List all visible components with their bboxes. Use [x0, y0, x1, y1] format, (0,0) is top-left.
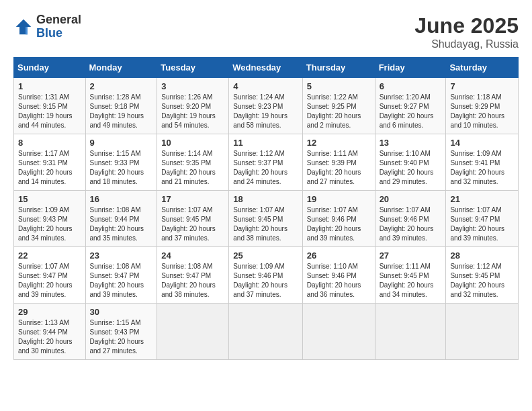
calendar-cell — [446, 304, 519, 360]
day-number: 6 — [380, 81, 442, 91]
calendar-cell — [302, 304, 375, 360]
calendar-cell: 1Sunrise: 1:31 AM Sunset: 9:15 PM Daylig… — [14, 78, 86, 134]
logo-blue-text: Blue — [36, 27, 81, 40]
calendar-week-row: 22Sunrise: 1:07 AM Sunset: 9:47 PM Dayli… — [14, 247, 519, 304]
day-info: Sunrise: 1:14 AM Sunset: 9:35 PM Dayligh… — [161, 149, 224, 187]
calendar-cell — [157, 304, 229, 360]
calendar-cell: 29Sunrise: 1:13 AM Sunset: 9:44 PM Dayli… — [14, 304, 86, 360]
day-number: 2 — [90, 81, 153, 91]
day-number: 17 — [161, 194, 224, 204]
day-number: 21 — [450, 194, 514, 204]
day-info: Sunrise: 1:08 AM Sunset: 9:47 PM Dayligh… — [161, 262, 224, 300]
calendar-cell: 8Sunrise: 1:17 AM Sunset: 9:31 PM Daylig… — [14, 134, 86, 191]
day-number: 3 — [161, 81, 224, 91]
day-info: Sunrise: 1:09 AM Sunset: 9:46 PM Dayligh… — [233, 262, 298, 300]
page-header: General Blue June 2025 Shudayag, Russia — [13, 13, 519, 50]
day-info: Sunrise: 1:07 AM Sunset: 9:46 PM Dayligh… — [380, 205, 442, 243]
calendar-cell: 14Sunrise: 1:09 AM Sunset: 9:41 PM Dayli… — [446, 134, 519, 191]
day-number: 4 — [233, 81, 298, 91]
calendar-cell: 17Sunrise: 1:07 AM Sunset: 9:45 PM Dayli… — [157, 191, 229, 247]
calendar-cell — [229, 304, 302, 360]
calendar-cell: 2Sunrise: 1:28 AM Sunset: 9:18 PM Daylig… — [85, 78, 157, 134]
day-number: 8 — [18, 138, 81, 148]
calendar-cell: 28Sunrise: 1:12 AM Sunset: 9:45 PM Dayli… — [446, 247, 519, 304]
day-number: 29 — [18, 307, 81, 317]
day-info: Sunrise: 1:10 AM Sunset: 9:46 PM Dayligh… — [307, 262, 371, 300]
calendar-cell: 7Sunrise: 1:18 AM Sunset: 9:29 PM Daylig… — [446, 78, 519, 134]
month-title: June 2025 — [414, 13, 519, 38]
day-info: Sunrise: 1:26 AM Sunset: 9:20 PM Dayligh… — [161, 93, 224, 130]
day-number: 25 — [233, 250, 298, 261]
day-info: Sunrise: 1:08 AM Sunset: 9:44 PM Dayligh… — [90, 205, 153, 243]
calendar-cell: 20Sunrise: 1:07 AM Sunset: 9:46 PM Dayli… — [375, 191, 446, 247]
day-number: 27 — [380, 250, 442, 261]
day-info: Sunrise: 1:20 AM Sunset: 9:27 PM Dayligh… — [380, 93, 442, 130]
day-number: 30 — [90, 307, 153, 317]
calendar-cell: 19Sunrise: 1:07 AM Sunset: 9:46 PM Dayli… — [302, 191, 375, 247]
calendar-cell: 12Sunrise: 1:11 AM Sunset: 9:39 PM Dayli… — [302, 134, 375, 191]
calendar-cell: 24Sunrise: 1:08 AM Sunset: 9:47 PM Dayli… — [157, 247, 229, 304]
calendar-week-row: 15Sunrise: 1:09 AM Sunset: 9:43 PM Dayli… — [14, 191, 519, 247]
day-number: 10 — [161, 138, 224, 148]
calendar-week-row: 8Sunrise: 1:17 AM Sunset: 9:31 PM Daylig… — [14, 134, 519, 191]
calendar-header-thursday: Thursday — [302, 58, 375, 78]
day-info: Sunrise: 1:07 AM Sunset: 9:45 PM Dayligh… — [161, 205, 224, 243]
calendar-header-tuesday: Tuesday — [157, 58, 229, 78]
day-info: Sunrise: 1:10 AM Sunset: 9:40 PM Dayligh… — [380, 149, 442, 187]
title-block: June 2025 Shudayag, Russia — [414, 13, 519, 50]
day-info: Sunrise: 1:11 AM Sunset: 9:39 PM Dayligh… — [307, 149, 371, 187]
calendar-cell — [375, 304, 446, 360]
day-number: 9 — [90, 138, 153, 148]
calendar-header-saturday: Saturday — [446, 58, 519, 78]
day-info: Sunrise: 1:07 AM Sunset: 9:47 PM Dayligh… — [18, 262, 81, 300]
day-info: Sunrise: 1:12 AM Sunset: 9:37 PM Dayligh… — [233, 149, 298, 187]
day-info: Sunrise: 1:18 AM Sunset: 9:29 PM Dayligh… — [450, 93, 514, 130]
calendar-cell: 10Sunrise: 1:14 AM Sunset: 9:35 PM Dayli… — [157, 134, 229, 191]
day-info: Sunrise: 1:17 AM Sunset: 9:31 PM Dayligh… — [18, 149, 81, 187]
calendar-header-friday: Friday — [375, 58, 446, 78]
calendar-header-monday: Monday — [85, 58, 157, 78]
day-info: Sunrise: 1:09 AM Sunset: 9:41 PM Dayligh… — [450, 149, 514, 187]
svg-marker-0 — [16, 19, 32, 35]
day-number: 26 — [307, 250, 371, 261]
day-number: 1 — [18, 81, 81, 91]
calendar-header-wednesday: Wednesday — [229, 58, 302, 78]
day-number: 23 — [90, 250, 153, 261]
calendar-cell: 27Sunrise: 1:11 AM Sunset: 9:45 PM Dayli… — [375, 247, 446, 304]
day-info: Sunrise: 1:15 AM Sunset: 9:33 PM Dayligh… — [90, 149, 153, 187]
day-info: Sunrise: 1:31 AM Sunset: 9:15 PM Dayligh… — [18, 93, 81, 130]
day-number: 15 — [18, 194, 81, 204]
day-info: Sunrise: 1:22 AM Sunset: 9:25 PM Dayligh… — [307, 93, 371, 130]
day-info: Sunrise: 1:09 AM Sunset: 9:43 PM Dayligh… — [18, 205, 81, 243]
calendar-cell: 23Sunrise: 1:08 AM Sunset: 9:47 PM Dayli… — [85, 247, 157, 304]
day-info: Sunrise: 1:07 AM Sunset: 9:45 PM Dayligh… — [233, 205, 298, 243]
day-number: 20 — [380, 194, 442, 204]
day-number: 7 — [450, 81, 514, 91]
day-info: Sunrise: 1:13 AM Sunset: 9:44 PM Dayligh… — [18, 318, 81, 356]
calendar-cell: 22Sunrise: 1:07 AM Sunset: 9:47 PM Dayli… — [14, 247, 86, 304]
day-number: 16 — [90, 194, 153, 204]
calendar-week-row: 29Sunrise: 1:13 AM Sunset: 9:44 PM Dayli… — [14, 304, 519, 360]
calendar-cell: 30Sunrise: 1:15 AM Sunset: 9:43 PM Dayli… — [85, 304, 157, 360]
calendar-cell: 21Sunrise: 1:07 AM Sunset: 9:47 PM Dayli… — [446, 191, 519, 247]
day-number: 22 — [18, 250, 81, 261]
day-number: 11 — [233, 138, 298, 148]
day-info: Sunrise: 1:08 AM Sunset: 9:47 PM Dayligh… — [90, 262, 153, 300]
day-number: 24 — [161, 250, 224, 261]
logo: General Blue — [13, 13, 81, 40]
day-number: 28 — [450, 250, 514, 261]
calendar-cell: 9Sunrise: 1:15 AM Sunset: 9:33 PM Daylig… — [85, 134, 157, 191]
location-title: Shudayag, Russia — [414, 38, 519, 50]
day-info: Sunrise: 1:07 AM Sunset: 9:47 PM Dayligh… — [450, 205, 514, 243]
day-info: Sunrise: 1:12 AM Sunset: 9:45 PM Dayligh… — [450, 262, 514, 300]
calendar-cell: 11Sunrise: 1:12 AM Sunset: 9:37 PM Dayli… — [229, 134, 302, 191]
calendar-cell: 3Sunrise: 1:26 AM Sunset: 9:20 PM Daylig… — [157, 78, 229, 134]
calendar-cell: 15Sunrise: 1:09 AM Sunset: 9:43 PM Dayli… — [14, 191, 86, 247]
calendar-week-row: 1Sunrise: 1:31 AM Sunset: 9:15 PM Daylig… — [14, 78, 519, 134]
calendar-cell: 25Sunrise: 1:09 AM Sunset: 9:46 PM Dayli… — [229, 247, 302, 304]
day-info: Sunrise: 1:24 AM Sunset: 9:23 PM Dayligh… — [233, 93, 298, 130]
day-info: Sunrise: 1:15 AM Sunset: 9:43 PM Dayligh… — [90, 318, 153, 356]
logo-general: General — [36, 13, 81, 27]
day-number: 12 — [307, 138, 371, 148]
day-number: 5 — [307, 81, 371, 91]
